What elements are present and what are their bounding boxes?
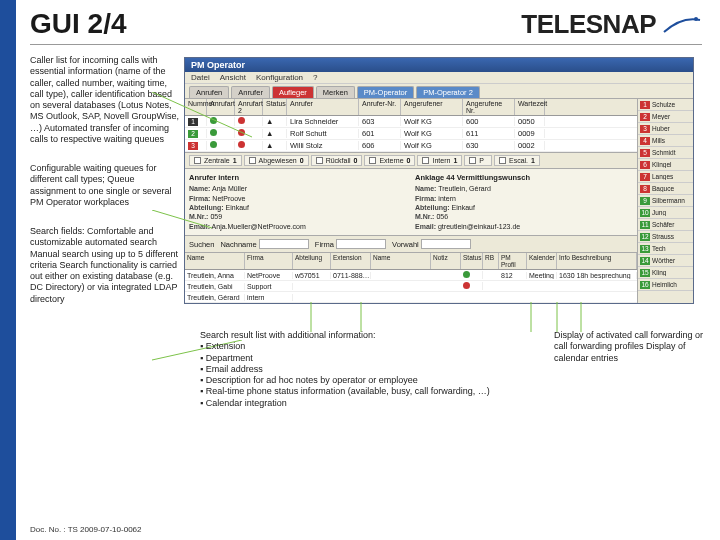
pm-operator-screenshot: PM Operator DateiAnsichtKonfiguration? A… xyxy=(184,57,694,304)
agent-row[interactable]: 8Baguce xyxy=(638,183,693,195)
search-field[interactable]: Vorwahl xyxy=(392,239,471,249)
detail-panel: Anrufer internName: Anja MüllerFirma: Ne… xyxy=(185,169,637,236)
caller-row[interactable]: 3 ▲ Willi Stolz606 Wolf KG6300002 xyxy=(185,140,637,152)
caption-queues: Configurable waiting queues for differen… xyxy=(30,163,182,208)
queue-chip[interactable]: Rückfall0 xyxy=(311,155,363,166)
svg-line-1 xyxy=(152,92,252,137)
queue-chip[interactable]: Zentrale1 xyxy=(189,155,242,166)
result-row[interactable]: Treutlein, GabiSupport xyxy=(185,281,637,292)
swoosh-icon xyxy=(662,12,702,36)
menu-item[interactable]: Datei xyxy=(191,73,210,82)
agent-row[interactable]: 11Schäfer xyxy=(638,219,693,231)
agent-row[interactable]: 14Wörther xyxy=(638,255,693,267)
queue-chip[interactable]: Externe0 xyxy=(364,155,415,166)
agent-row[interactable]: 3Huber xyxy=(638,123,693,135)
agent-row[interactable]: 9Silbermann xyxy=(638,195,693,207)
result-grid-header: NameFirmaAbteilungExtensionNameNotizStat… xyxy=(185,253,637,270)
caption-result-list: Search result list with additional infor… xyxy=(200,330,536,409)
agent-row[interactable]: 13Tech xyxy=(638,243,693,255)
slide-title: GUI 2/4 xyxy=(30,8,126,40)
caller-row[interactable]: 2 ▲ Rolf Schutt601 Wolf KG6110009 xyxy=(185,128,637,140)
agent-row[interactable]: 4Mills xyxy=(638,135,693,147)
menubar[interactable]: DateiAnsichtKonfiguration? xyxy=(185,72,693,84)
tab[interactable]: PM-Operator xyxy=(357,86,414,98)
caller-grid-header: NummerAnrufartAnrufart 2StatusAnruferAnr… xyxy=(185,99,637,116)
search-field[interactable]: Firma xyxy=(315,239,386,249)
agent-row[interactable]: 7Langes xyxy=(638,171,693,183)
result-row[interactable]: Treutlein, AnnaNetProovew57051 0711-888…… xyxy=(185,270,637,281)
agent-row[interactable]: 10Jung xyxy=(638,207,693,219)
queue-chip[interactable]: Escal.1 xyxy=(494,155,540,166)
search-field[interactable]: Nachname xyxy=(220,239,308,249)
agent-row[interactable]: 2Meyer xyxy=(638,111,693,123)
agent-row[interactable]: 16Heimlich xyxy=(638,279,693,291)
tab[interactable]: Merken xyxy=(316,86,355,98)
brand-logo: TELESNAP xyxy=(521,9,702,40)
menu-item[interactable]: Ansicht xyxy=(220,73,246,82)
queue-chip[interactable]: Abgewiesen0 xyxy=(244,155,309,166)
agent-row[interactable]: 12Strauss xyxy=(638,231,693,243)
tab[interactable]: Aufleger xyxy=(272,86,314,98)
search-row[interactable]: SuchenNachname Firma Vorwahl xyxy=(185,236,637,253)
result-row[interactable]: Treutlein, Gérardintern xyxy=(185,292,637,303)
menu-item[interactable]: Konfiguration xyxy=(256,73,303,82)
menu-item[interactable]: ? xyxy=(313,73,317,82)
agent-sidebar[interactable]: 1Schulze2Meyer3Huber4Mills5Schmidt6Kling… xyxy=(637,99,693,303)
queue-chip[interactable]: P xyxy=(464,155,492,166)
doc-number: Doc. No. : TS 2009-07-10-0062 xyxy=(30,525,141,534)
queue-chip[interactable]: Intern1 xyxy=(417,155,462,166)
svg-line-2 xyxy=(152,210,212,228)
agent-row[interactable]: 15Kling xyxy=(638,267,693,279)
caller-row[interactable]: 1 ▲ Lira Schneider603 Wolf KG6000050 xyxy=(185,116,637,128)
svg-point-0 xyxy=(694,17,698,21)
tab[interactable]: PM-Operator 2 xyxy=(416,86,480,98)
window-titlebar: PM Operator xyxy=(185,58,693,72)
agent-row[interactable]: 5Schmidt xyxy=(638,147,693,159)
queue-bar[interactable]: Zentrale1Abgewiesen0Rückfall0Externe0Int… xyxy=(185,152,637,169)
agent-row[interactable]: 1Schulze xyxy=(638,99,693,111)
agent-row[interactable]: 6Klingel xyxy=(638,159,693,171)
caption-forwarding: Display of activated call forwarding or … xyxy=(554,330,704,409)
tabbar[interactable]: AnrufenAnruferAuflegerMerkenPM-OperatorP… xyxy=(185,84,693,99)
